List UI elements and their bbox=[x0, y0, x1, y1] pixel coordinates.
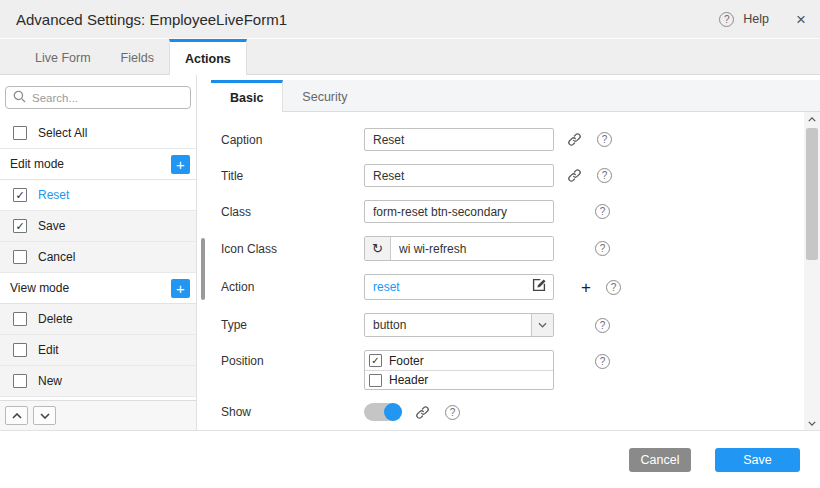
class-label: Class bbox=[221, 205, 364, 219]
scrollbar-track[interactable] bbox=[804, 126, 820, 416]
toggle-knob bbox=[384, 403, 402, 421]
move-up-button[interactable] bbox=[5, 406, 28, 425]
tab-actions[interactable]: Actions bbox=[169, 39, 247, 75]
tab-fields[interactable]: Fields bbox=[106, 39, 169, 74]
icon-class-label: Icon Class bbox=[221, 242, 364, 256]
scroll-down-arrow[interactable] bbox=[804, 416, 820, 430]
move-down-button[interactable] bbox=[33, 406, 56, 425]
bind-link-icon[interactable] bbox=[415, 405, 430, 420]
help-icon[interactable]: ? bbox=[595, 241, 610, 256]
action-row: Action reset + ? bbox=[221, 274, 794, 300]
chevron-up-icon bbox=[808, 117, 816, 122]
action-picker[interactable]: reset bbox=[364, 274, 554, 300]
chevron-up-icon bbox=[12, 413, 22, 419]
list-item-new[interactable]: New bbox=[0, 366, 196, 397]
help-link[interactable]: Help bbox=[743, 12, 769, 26]
chevron-down-icon[interactable] bbox=[531, 314, 553, 336]
refresh-icon: ↻ bbox=[365, 237, 391, 260]
tab-security[interactable]: Security bbox=[283, 80, 366, 111]
chevron-down-icon bbox=[808, 421, 816, 426]
help-icon[interactable]: ? bbox=[595, 354, 610, 369]
scrollbar-thumb[interactable] bbox=[806, 128, 818, 260]
action-list: Select All Edit mode + ✓ Reset ✓ Save Ca… bbox=[0, 118, 196, 400]
list-item-delete[interactable]: Delete bbox=[0, 304, 196, 335]
edit-action-icon[interactable] bbox=[530, 276, 548, 298]
sidebar-footer bbox=[0, 400, 196, 430]
show-row: Show ? bbox=[221, 403, 794, 421]
help-icon[interactable]: ? bbox=[597, 132, 612, 147]
title-label: Title bbox=[221, 169, 364, 183]
help-icon[interactable]: ? bbox=[445, 405, 460, 420]
title-row: Title ? bbox=[221, 164, 794, 187]
scroll-up-arrow[interactable] bbox=[804, 112, 820, 126]
help-icon[interactable]: ? bbox=[595, 204, 610, 219]
list-item-edit[interactable]: Edit bbox=[0, 335, 196, 366]
tab-live-form[interactable]: Live Form bbox=[20, 39, 106, 74]
close-icon[interactable]: × bbox=[796, 11, 806, 28]
type-select-value: button bbox=[365, 314, 531, 336]
action-label: Action bbox=[221, 280, 364, 294]
checkbox-checked[interactable]: ✓ bbox=[369, 354, 382, 367]
checkbox-unchecked[interactable] bbox=[369, 374, 382, 387]
icon-class-row: Icon Class ↻ ? bbox=[221, 236, 794, 261]
type-select[interactable]: button bbox=[364, 313, 554, 337]
help-icon[interactable]: ? bbox=[719, 12, 734, 27]
position-options: ✓ Footer Header bbox=[364, 350, 554, 390]
caption-input[interactable] bbox=[364, 128, 554, 151]
sidebar-scrollbar-thumb[interactable] bbox=[201, 238, 205, 300]
icon-class-input[interactable] bbox=[391, 237, 553, 260]
list-item-reset[interactable]: ✓ Reset bbox=[0, 180, 196, 211]
type-row: Type button ? bbox=[221, 313, 794, 337]
advanced-settings-dialog: Advanced Settings: EmployeeLiveForm1 ? H… bbox=[0, 0, 820, 488]
search-icon bbox=[13, 89, 26, 107]
help-icon[interactable]: ? bbox=[606, 280, 621, 295]
dialog-body: Select All Edit mode + ✓ Reset ✓ Save Ca… bbox=[0, 75, 820, 430]
help-icon[interactable]: ? bbox=[595, 318, 610, 333]
position-option-footer[interactable]: ✓ Footer bbox=[365, 351, 553, 370]
checkbox-checked[interactable]: ✓ bbox=[13, 188, 27, 202]
tab-basic[interactable]: Basic bbox=[211, 80, 283, 112]
checkbox-unchecked[interactable] bbox=[13, 343, 27, 357]
checkbox-unchecked[interactable] bbox=[13, 374, 27, 388]
search-box bbox=[5, 86, 191, 109]
type-label: Type bbox=[221, 318, 364, 332]
basic-settings-form: Caption ? Title ? Class bbox=[211, 112, 820, 430]
actions-sidebar: Select All Edit mode + ✓ Reset ✓ Save Ca… bbox=[0, 75, 197, 430]
add-action-button[interactable]: + bbox=[171, 279, 190, 298]
sidebar-scroll-area bbox=[197, 75, 211, 430]
settings-tab-bar: Basic Security bbox=[211, 80, 820, 112]
cancel-button[interactable]: Cancel bbox=[629, 448, 691, 472]
panel-scrollbar bbox=[804, 112, 820, 430]
dialog-footer: Cancel Save bbox=[0, 430, 820, 488]
list-item-cancel[interactable]: Cancel bbox=[0, 242, 196, 273]
main-tab-bar: Live Form Fields Actions bbox=[0, 38, 820, 75]
dialog-title: Advanced Settings: EmployeeLiveForm1 bbox=[16, 11, 287, 28]
checkbox-unchecked[interactable] bbox=[13, 250, 27, 264]
icon-class-input-group: ↻ bbox=[364, 236, 554, 261]
class-row: Class ? bbox=[221, 200, 794, 223]
save-button[interactable]: Save bbox=[715, 448, 800, 472]
search-input[interactable] bbox=[32, 92, 183, 104]
position-label: Position bbox=[221, 350, 364, 368]
action-value-link[interactable]: reset bbox=[373, 280, 530, 294]
title-input[interactable] bbox=[364, 164, 554, 187]
checkbox-unchecked[interactable] bbox=[13, 126, 27, 140]
bind-link-icon[interactable] bbox=[567, 168, 582, 183]
list-item-save[interactable]: ✓ Save bbox=[0, 211, 196, 242]
class-input[interactable] bbox=[364, 200, 554, 223]
dialog-header: Advanced Settings: EmployeeLiveForm1 ? H… bbox=[0, 0, 820, 38]
checkbox-unchecked[interactable] bbox=[13, 312, 27, 326]
group-header-view-mode: View mode + bbox=[0, 273, 196, 304]
bind-link-icon[interactable] bbox=[567, 132, 582, 147]
help-icon[interactable]: ? bbox=[597, 168, 612, 183]
caption-row: Caption ? bbox=[221, 128, 794, 151]
position-row: Position ✓ Footer Header ? bbox=[221, 350, 794, 390]
checkbox-checked[interactable]: ✓ bbox=[13, 219, 27, 233]
add-action-button[interactable]: + bbox=[171, 155, 190, 174]
add-action-icon[interactable]: + bbox=[581, 279, 591, 296]
action-settings-panel: Basic Security Caption ? Title bbox=[211, 75, 820, 430]
position-option-header[interactable]: Header bbox=[365, 370, 553, 389]
header-actions: ? Help × bbox=[719, 11, 806, 28]
list-item-select-all[interactable]: Select All bbox=[0, 118, 196, 149]
show-toggle[interactable] bbox=[364, 403, 402, 421]
